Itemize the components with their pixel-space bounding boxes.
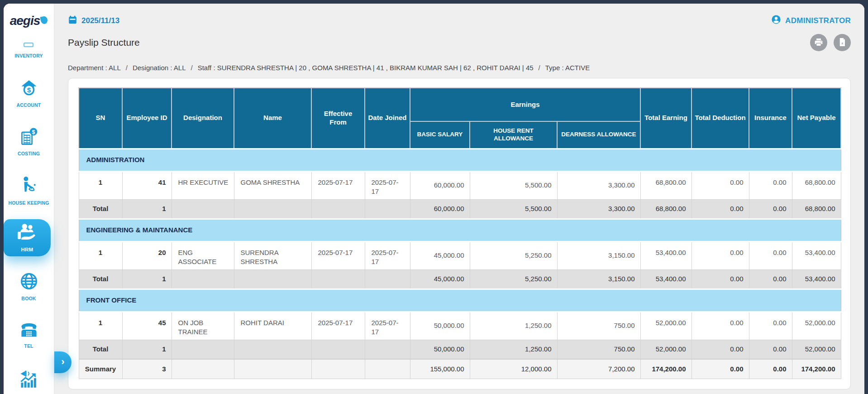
section-row-administration: ADMINISTRATION bbox=[79, 149, 841, 171]
cell-dearness: 7,200.00 bbox=[557, 359, 640, 379]
col-header-effective-from: Effective From bbox=[311, 88, 365, 149]
sidebar-item-hrm[interactable]: HRM bbox=[4, 219, 51, 256]
sidebar-item-housekeeping[interactable]: HOUSE KEEPING bbox=[8, 176, 49, 206]
username: ADMINISTRATOR bbox=[785, 16, 851, 25]
section-row-engineering: ENGINEERING & MAINTANANCE bbox=[79, 219, 841, 241]
cell-basic-salary: 45,000.00 bbox=[410, 269, 470, 289]
col-header-name: Name bbox=[234, 88, 311, 149]
cell-total-deduction: 0.00 bbox=[692, 340, 749, 359]
sidebar-item-costing[interactable]: $ COSTING bbox=[18, 128, 40, 156]
cell-empty bbox=[234, 340, 311, 359]
col-header-dearness-allowance: DEARNESS ALLOWANCE bbox=[557, 121, 640, 149]
cell-employee-id: 20 bbox=[122, 241, 172, 269]
section-title: ENGINEERING & MAINTANANCE bbox=[79, 219, 841, 241]
cell-effective-from: 2025-07-17 bbox=[311, 171, 365, 199]
cell-empty bbox=[172, 269, 234, 289]
cell-house-rent: 1,250.00 bbox=[470, 312, 557, 340]
cell-empty bbox=[172, 340, 234, 359]
breadcrumb-separator: / bbox=[126, 64, 128, 72]
user-menu[interactable]: ADMINISTRATOR bbox=[771, 14, 851, 27]
cell-name: ROHIT DARAI bbox=[234, 312, 311, 340]
topbar: 2025/11/13 ADMINISTRATOR bbox=[68, 4, 851, 27]
svg-text:$: $ bbox=[32, 129, 35, 135]
cell-house-rent: 5,500.00 bbox=[470, 171, 557, 199]
sidebar-item-label: TEL bbox=[24, 343, 33, 349]
excel-export-button[interactable]: x bbox=[834, 34, 851, 51]
cell-dearness: 3,300.00 bbox=[557, 199, 640, 219]
cell-total-earning: 53,400.00 bbox=[640, 269, 692, 289]
date-picker[interactable]: 2025/11/13 bbox=[68, 15, 119, 27]
cell-summary-count: 3 bbox=[122, 359, 172, 379]
col-header-total-earning: Total Earning bbox=[640, 88, 692, 149]
col-header-house-rent-allowance: HOUSE RENT ALLOWANCE bbox=[470, 121, 557, 149]
sidebar-item-label: HOUSE KEEPING bbox=[8, 200, 49, 206]
col-group-earnings: Earnings bbox=[410, 88, 640, 121]
cell-total-count: 1 bbox=[122, 340, 172, 359]
section-row-front-office: FRONT OFFICE bbox=[79, 289, 841, 312]
cell-net-payable: 52,000.00 bbox=[792, 312, 841, 340]
cell-empty bbox=[172, 359, 234, 379]
cell-total-deduction: 0.00 bbox=[692, 312, 749, 340]
telephone-icon bbox=[19, 321, 39, 340]
col-header-date-joined: Date Joined bbox=[365, 88, 410, 149]
cell-effective-from: 2025-07-17 bbox=[311, 241, 365, 269]
current-date: 2025/11/13 bbox=[81, 16, 119, 25]
sidebar-item-inventory[interactable]: INVENTORY bbox=[14, 42, 43, 58]
cell-dearness: 3,300.00 bbox=[557, 171, 640, 199]
filter-type: Type : ACTIVE bbox=[545, 64, 590, 72]
col-header-designation: Designation bbox=[172, 88, 234, 149]
cell-net-payable: 52,000.00 bbox=[792, 340, 841, 359]
cell-empty bbox=[365, 269, 410, 289]
filter-breadcrumb: Department : ALL/Designation : ALL/Staff… bbox=[68, 64, 851, 72]
cell-total-deduction: 0.00 bbox=[692, 171, 749, 199]
breadcrumb-separator: / bbox=[539, 64, 540, 72]
hr-hand-people-icon bbox=[15, 223, 39, 245]
table-row: 1 41 HR EXECUTIVE GOMA SHRESTHA 2025-07-… bbox=[79, 171, 841, 199]
title-row: Payslip Structure x bbox=[68, 34, 851, 51]
cell-net-payable: 68,800.00 bbox=[792, 171, 841, 199]
cell-insurance: 0.00 bbox=[749, 171, 792, 199]
logo-text: aegis bbox=[10, 14, 40, 28]
sidebar-item-tel[interactable]: TEL bbox=[19, 321, 39, 349]
col-header-net-payable: Net Payable bbox=[792, 88, 841, 149]
col-header-total-deduction: Total Deduction bbox=[692, 88, 749, 149]
marketing-chart-icon bbox=[19, 369, 39, 389]
cell-net-payable: 53,400.00 bbox=[792, 269, 841, 289]
cell-total-deduction: 0.00 bbox=[692, 241, 749, 269]
sidebar-item-account[interactable]: $ ACCOUNT bbox=[17, 79, 41, 108]
cell-summary-label: Summary bbox=[79, 359, 122, 379]
cell-empty bbox=[311, 199, 365, 219]
sidebar-item-book[interactable]: BOOK bbox=[19, 272, 38, 301]
cell-basic-salary: 50,000.00 bbox=[410, 340, 470, 359]
cell-house-rent: 5,250.00 bbox=[470, 241, 557, 269]
app-logo[interactable]: aegis bbox=[10, 14, 48, 28]
cell-sn: 1 bbox=[79, 171, 122, 199]
print-button[interactable] bbox=[810, 34, 827, 51]
payslip-card: SN Employee ID Designation Name Effectiv… bbox=[68, 78, 851, 389]
cell-total-earning: 68,800.00 bbox=[640, 171, 692, 199]
summary-row: Summary 3 155,000.00 12,000.00 7,200.00 … bbox=[79, 359, 841, 379]
globe-icon bbox=[19, 272, 38, 293]
sidebar-item-marketing[interactable] bbox=[19, 369, 39, 389]
filter-department: Department : ALL bbox=[68, 64, 121, 72]
cell-total-deduction: 0.00 bbox=[692, 199, 749, 219]
cell-dearness: 3,150.00 bbox=[557, 241, 640, 269]
cell-total-deduction: 0.00 bbox=[692, 269, 749, 289]
house-dollar-icon: $ bbox=[20, 79, 38, 99]
table-row: 1 45 ON JOB TRAINEE ROHIT DARAI 2025-07-… bbox=[79, 312, 841, 340]
cell-insurance: 0.00 bbox=[749, 312, 792, 340]
col-header-basic-salary: BASIC SALARY bbox=[410, 121, 470, 149]
cell-basic-salary: 60,000.00 bbox=[410, 199, 470, 219]
sidebar: aegis INVENTORY $ ACCOUNT $ COSTING bbox=[4, 4, 54, 394]
chevron-right-icon: › bbox=[61, 357, 64, 367]
col-header-insurance: Insurance bbox=[749, 88, 792, 149]
cell-empty bbox=[234, 359, 311, 379]
sidebar-item-label: ACCOUNT bbox=[17, 102, 41, 108]
cell-total-label: Total bbox=[79, 269, 122, 289]
cell-basic-salary: 155,000.00 bbox=[410, 359, 470, 379]
cell-date-joined: 2025-07-17 bbox=[365, 171, 410, 199]
cell-dearness: 3,150.00 bbox=[557, 269, 640, 289]
cell-basic-salary: 60,000.00 bbox=[410, 171, 470, 199]
table-row: 1 20 ENG ASSOCIATE SURENDRA SHRESTHA 202… bbox=[79, 241, 841, 269]
col-header-sn: SN bbox=[79, 88, 122, 149]
